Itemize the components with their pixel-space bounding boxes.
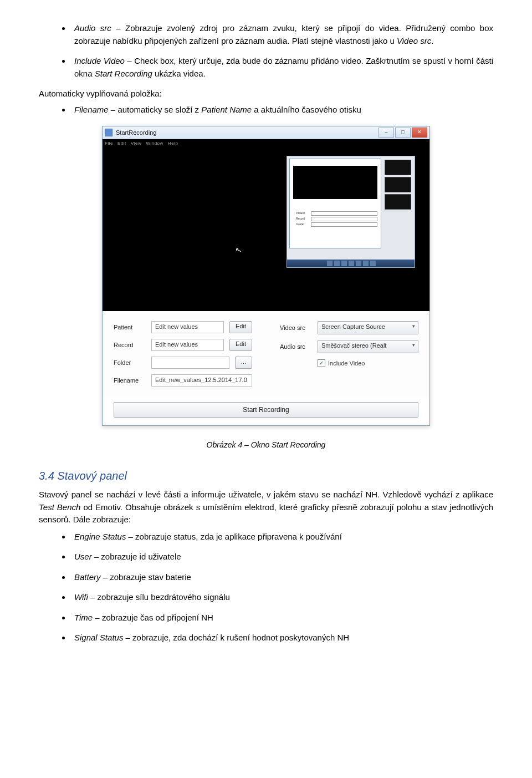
form-right-column: Video src Screen Capture Source Audio sr…: [280, 321, 418, 392]
list-item: User – zobrazuje id uživatele: [71, 551, 493, 563]
text: – zobrazuje stav baterie: [101, 572, 191, 582]
bullet-list-bottom: Engine Status – zobrazuje status, zda je…: [39, 531, 493, 644]
term: Engine Status: [74, 532, 126, 541]
text: Stavový panel se nachází v levé části a …: [39, 490, 493, 499]
list-item: Include Video – Check box, který určuje,…: [71, 55, 493, 80]
include-video-label: Include Video: [328, 359, 365, 368]
audiosrc-combo[interactable]: Směšovač stereo (Realt: [318, 340, 418, 353]
close-button[interactable]: ✕: [412, 128, 427, 138]
bullet-list-auto: Filename – automaticky se složí z Patien…: [39, 104, 493, 116]
videosrc-combo[interactable]: Screen Capture Source: [318, 321, 418, 334]
window-buttons: – □ ✕: [378, 128, 427, 138]
term: Test Bench: [39, 502, 80, 512]
term-tail: Video src: [397, 36, 431, 45]
text: od Emotiv. Obsahuje obrázek s umístěním …: [39, 502, 493, 525]
term: Signal Status: [74, 633, 123, 642]
figure-caption: Obrázek 4 – Okno Start Recording: [39, 439, 493, 451]
text: – zobrazuje, zda dochází k rušení hodnot…: [123, 633, 349, 642]
patient-label: Patient: [114, 323, 146, 332]
start-recording-button[interactable]: Start Recording: [114, 402, 418, 418]
list-item: Battery – zobrazuje stav baterie: [71, 571, 493, 584]
include-video-checkbox[interactable]: ✓: [318, 359, 325, 367]
filename-label: Filename: [114, 376, 146, 385]
window-titlebar: StartRecording – □ ✕: [103, 126, 429, 139]
minimize-button[interactable]: –: [378, 128, 394, 138]
form-left-column: Patient Edit new values Edit Record Edit…: [114, 321, 252, 392]
video-preview-area: File Edit View Window Help Patient Recor…: [103, 139, 429, 311]
inner-window: Patient Record Folder: [289, 159, 381, 248]
section-paragraph: Stavový panel se nachází v levé části a …: [39, 489, 493, 526]
term: Filename: [74, 105, 109, 114]
list-item: Wifi – zobrazuje sílu bezdrátového signá…: [71, 591, 493, 604]
record-edit-button[interactable]: Edit: [229, 339, 252, 351]
side-thumbnails: [385, 160, 411, 211]
term-tail: Patient Name: [201, 105, 252, 114]
term: User: [74, 552, 92, 561]
filename-input[interactable]: Edit_new_values_12.5.2014_17.0: [151, 374, 252, 387]
text: – automaticky se složí z: [109, 105, 202, 114]
text-tail: .: [431, 36, 433, 45]
recording-form: Patient Edit new values Edit Record Edit…: [103, 311, 429, 398]
auto-fill-label: Automaticky vyplňovaná položka:: [39, 88, 493, 100]
list-item: Audio src – Zobrazuje zvolený zdroj pro …: [71, 22, 493, 47]
bullet-list-top: Audio src – Zobrazuje zvolený zdroj pro …: [39, 22, 493, 80]
videosrc-label: Video src: [280, 323, 312, 333]
maximize-button[interactable]: □: [395, 128, 411, 138]
include-video-row[interactable]: ✓ Include Video: [318, 359, 418, 368]
folder-label: Folder: [114, 358, 146, 368]
patient-input[interactable]: Edit new values: [151, 321, 224, 333]
app-icon: [105, 129, 112, 136]
patient-edit-button[interactable]: Edit: [229, 321, 252, 333]
screen-capture-thumbnail: Patient Record Folder: [287, 156, 415, 268]
inner-taskbar: [287, 260, 415, 267]
window-title: StartRecording: [116, 128, 378, 138]
term: Audio src: [74, 23, 111, 33]
inner-form: Patient Record Folder: [293, 211, 377, 228]
text: – zobrazuje čas od připojení NH: [93, 613, 213, 622]
text: – zobrazuje sílu bezdrátového signálu: [88, 592, 230, 602]
start-recording-window: StartRecording – □ ✕ File Edit View Wind…: [102, 126, 430, 426]
folder-input[interactable]: [151, 357, 229, 369]
text: – zobrazuje id uživatele: [92, 552, 181, 561]
record-input[interactable]: Edit new values: [151, 339, 224, 351]
term-tail: Start Recording: [95, 69, 152, 78]
inner-preview: [293, 166, 377, 199]
preview-menubar: File Edit View Window Help: [105, 140, 178, 147]
list-item: Engine Status – zobrazuje status, zda je…: [71, 531, 493, 543]
audiosrc-label: Audio src: [280, 342, 312, 352]
cursor-icon: ↖: [234, 244, 243, 257]
section-heading: 3.4 Stavový panel: [39, 467, 493, 484]
list-item: Time – zobrazuje čas od připojení NH: [71, 612, 493, 624]
text: – zobrazuje status, zda je aplikace přip…: [126, 532, 341, 541]
record-label: Record: [114, 340, 146, 350]
term: Wifi: [74, 592, 88, 602]
term: Include Video: [74, 56, 125, 65]
list-item: Signal Status – zobrazuje, zda dochází k…: [71, 632, 493, 644]
term: Battery: [74, 572, 101, 582]
folder-browse-button[interactable]: ...: [235, 357, 252, 369]
text-tail: a aktuálního časového otisku: [252, 105, 361, 114]
term: Time: [74, 613, 93, 622]
list-item: Filename – automaticky se složí z Patien…: [71, 104, 493, 116]
figure-screenshot: StartRecording – □ ✕ File Edit View Wind…: [39, 126, 493, 426]
text-tail: ukázka videa.: [152, 69, 206, 78]
